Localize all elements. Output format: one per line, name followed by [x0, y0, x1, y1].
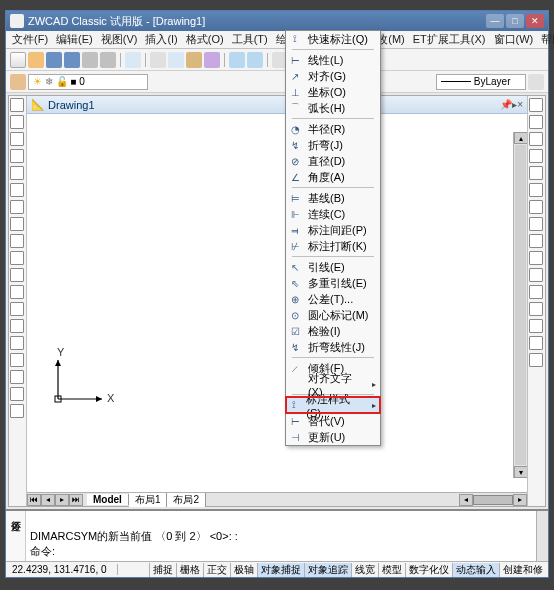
menu-jogline[interactable]: ↯折弯线性(J) — [286, 339, 380, 355]
mirror-tool-icon[interactable] — [529, 132, 543, 146]
hatch-tool-icon[interactable] — [10, 336, 24, 350]
menu-file[interactable]: 文件(F) — [8, 32, 52, 47]
menu-arc[interactable]: ⌒弧长(H) — [286, 100, 380, 116]
point-tool-icon[interactable] — [10, 319, 24, 333]
scroll-left-icon[interactable]: ◂ — [459, 494, 473, 506]
status-lwt[interactable]: 线宽 — [351, 563, 378, 577]
scroll-up-icon[interactable]: ▴ — [514, 132, 527, 144]
ellipsearc-tool-icon[interactable] — [10, 268, 24, 282]
block-tool-icon[interactable] — [10, 302, 24, 316]
linetype-select[interactable]: ByLayer — [436, 74, 526, 90]
tab-model[interactable]: Model — [87, 494, 129, 505]
tab-layout1[interactable]: 布局1 — [129, 493, 168, 507]
menu-mleader[interactable]: ⇖多重引线(E) — [286, 275, 380, 291]
circle-tool-icon[interactable] — [10, 200, 24, 214]
menu-aligntext[interactable]: 对齐文字(X)▸ — [286, 376, 380, 392]
new-icon[interactable] — [10, 52, 26, 68]
arc-tool-icon[interactable] — [10, 183, 24, 197]
table-tool-icon[interactable] — [10, 387, 24, 401]
saveas-icon[interactable] — [64, 52, 80, 68]
save-icon[interactable] — [46, 52, 62, 68]
command-prompt[interactable]: 命令: — [30, 544, 532, 559]
menu-help[interactable]: 帮助(H) — [537, 32, 554, 47]
menu-tolerance[interactable]: ⊕公差(T)... — [286, 291, 380, 307]
status-dyn[interactable]: 动态输入 — [452, 563, 499, 577]
xline-tool-icon[interactable] — [10, 115, 24, 129]
tab-prev-icon[interactable]: ◂ — [41, 494, 55, 506]
menu-insert[interactable]: 插入(I) — [141, 32, 181, 47]
status-create[interactable]: 创建和修 — [499, 563, 546, 577]
tab-first-icon[interactable]: ⏮ — [27, 494, 41, 506]
matchprop-icon[interactable] — [204, 52, 220, 68]
menu-dimstyle[interactable]: ⟟标注样式(S)...▸ — [286, 397, 380, 413]
menu-jogged[interactable]: ↯折弯(J) — [286, 137, 380, 153]
menu-leader[interactable]: ↖引线(E) — [286, 259, 380, 275]
menu-view[interactable]: 视图(V) — [97, 32, 142, 47]
scroll-down-icon[interactable]: ▾ — [514, 466, 527, 478]
status-tablet[interactable]: 数字化仪 — [405, 563, 452, 577]
ellipse-tool-icon[interactable] — [10, 251, 24, 265]
redo-icon[interactable] — [247, 52, 263, 68]
tab-next-icon[interactable]: ▸ — [55, 494, 69, 506]
rect-tool-icon[interactable] — [10, 166, 24, 180]
gradient-tool-icon[interactable] — [10, 353, 24, 367]
cut-icon[interactable] — [150, 52, 166, 68]
doc-pin-icon[interactable]: 📌▸× — [500, 99, 523, 110]
revcloud-tool-icon[interactable] — [10, 217, 24, 231]
spline-tool-icon[interactable] — [10, 234, 24, 248]
open-icon[interactable] — [28, 52, 44, 68]
menu-update[interactable]: ⊣更新(U) — [286, 429, 380, 445]
menu-aligned[interactable]: ↗对齐(G) — [286, 68, 380, 84]
menu-angular[interactable]: ∠角度(A) — [286, 169, 380, 185]
undo-icon[interactable] — [229, 52, 245, 68]
scale-tool-icon[interactable] — [529, 217, 543, 231]
menu-linear[interactable]: ⊢线性(L) — [286, 52, 380, 68]
status-model[interactable]: 模型 — [378, 563, 405, 577]
explode-tool-icon[interactable] — [529, 353, 543, 367]
pline-tool-icon[interactable] — [10, 132, 24, 146]
menu-edit[interactable]: 编辑(E) — [52, 32, 97, 47]
break-tool-icon[interactable] — [529, 285, 543, 299]
drawing-canvas[interactable]: Y X ▴ ▾ — [27, 114, 527, 492]
join-tool-icon[interactable] — [529, 302, 543, 316]
copy-icon[interactable] — [168, 52, 184, 68]
menu-baseline[interactable]: ⊨基线(B) — [286, 190, 380, 206]
preview-icon[interactable] — [100, 52, 116, 68]
array-tool-icon[interactable] — [529, 166, 543, 180]
insert-tool-icon[interactable] — [10, 285, 24, 299]
scrollbar-vertical[interactable]: ▴ ▾ — [513, 132, 527, 478]
linetype-manager-icon[interactable] — [528, 74, 544, 90]
erase-tool-icon[interactable] — [529, 98, 543, 112]
fillet-tool-icon[interactable] — [529, 336, 543, 350]
copy-tool-icon[interactable] — [529, 115, 543, 129]
layer-select[interactable]: ☀ ❄ 🔓 ■ 0 — [28, 74, 148, 90]
menu-et[interactable]: ET扩展工具(X) — [409, 32, 490, 47]
status-polar[interactable]: 极轴 — [230, 563, 257, 577]
status-ortho[interactable]: 正交 — [203, 563, 230, 577]
command-scrollbar[interactable] — [536, 511, 548, 561]
rotate-tool-icon[interactable] — [529, 200, 543, 214]
chamfer-tool-icon[interactable] — [529, 319, 543, 333]
close-button[interactable]: ✕ — [526, 14, 544, 28]
menu-dimbreak[interactable]: ⊬标注打断(K) — [286, 238, 380, 254]
menu-center[interactable]: ⊙圆心标记(M) — [286, 307, 380, 323]
paste-icon[interactable] — [186, 52, 202, 68]
menu-continue[interactable]: ⊩连续(C) — [286, 206, 380, 222]
polygon-tool-icon[interactable] — [10, 149, 24, 163]
status-snap[interactable]: 捕捉 — [149, 563, 176, 577]
region-tool-icon[interactable] — [10, 370, 24, 384]
mtext-tool-icon[interactable] — [10, 404, 24, 418]
menu-quickdim[interactable]: ⟟快速标注(Q) — [286, 31, 380, 47]
maximize-button[interactable]: □ — [506, 14, 524, 28]
trim-tool-icon[interactable] — [529, 251, 543, 265]
status-otrack[interactable]: 对象追踪 — [304, 563, 351, 577]
offset-tool-icon[interactable] — [529, 149, 543, 163]
command-window[interactable]: 多行还 DIMARCSYM的新当前值 〈0 到 2〉 <0>: : 命令: — [6, 509, 548, 561]
tab-last-icon[interactable]: ⏭ — [69, 494, 83, 506]
line-tool-icon[interactable] — [10, 98, 24, 112]
menu-tools[interactable]: 工具(T) — [228, 32, 272, 47]
layer-manager-icon[interactable] — [10, 74, 26, 90]
menu-radius[interactable]: ◔半径(R) — [286, 121, 380, 137]
minimize-button[interactable]: — — [486, 14, 504, 28]
menu-diameter[interactable]: ⊘直径(D) — [286, 153, 380, 169]
